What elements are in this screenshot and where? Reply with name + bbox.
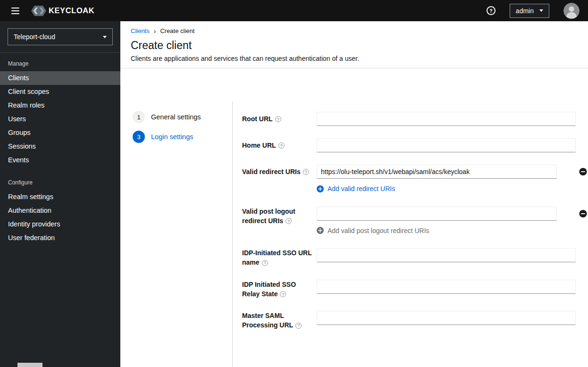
scrollbar-thumb[interactable] — [17, 363, 42, 367]
user-menu-dropdown[interactable]: admin — [510, 4, 549, 18]
field-label-text: Home URL? — [242, 141, 285, 150]
wizard-content: 1General settings3Login settings Root UR… — [120, 101, 588, 367]
field-label-text: IDP Initiated SSO Relay State? — [242, 280, 312, 299]
field-label: Root URL? — [242, 112, 317, 126]
help-icon[interactable]: ? — [262, 260, 268, 266]
form-field-idp-initiated-sso-url-name: IDP-Initiated SSO URL name? — [242, 248, 576, 267]
keycloak-logo: KEYCLOAK — [30, 5, 94, 17]
help-icon[interactable]: ? — [286, 218, 292, 224]
field-label-text: Valid redirect URIs? — [242, 167, 309, 176]
sidebar-item-users[interactable]: Users — [0, 112, 120, 126]
sidebar-item-groups[interactable]: Groups — [0, 126, 120, 140]
add-link-label: Add valid post logout redirect URIs — [328, 227, 429, 234]
step-label: Login settings — [151, 133, 193, 141]
add-add-valid-redirect-uris-button[interactable]: Add valid redirect URIs — [317, 185, 395, 192]
sidebar-item-sessions[interactable]: Sessions — [0, 140, 120, 153]
topbar-actions: ? admin — [487, 3, 580, 19]
step-number-badge: 3 — [133, 131, 145, 143]
form-field-master-saml-processing-url: Master SAML Processing URL? — [242, 311, 576, 330]
page-description: Clients are applications and services th… — [131, 55, 577, 62]
field-label: Master SAML Processing URL? — [242, 311, 317, 330]
keycloak-logo-icon — [30, 5, 47, 17]
remove-uri-button[interactable] — [579, 209, 587, 217]
sidebar-item-realm-settings[interactable]: Realm settings — [0, 190, 120, 204]
help-icon[interactable]: ? — [295, 323, 302, 329]
minus-circle-icon — [579, 209, 587, 217]
minus-circle-icon — [579, 168, 587, 176]
help-icon[interactable]: ? — [303, 169, 309, 175]
main-content: Clients›Create client Create client Clie… — [120, 21, 588, 367]
root-url-input[interactable] — [317, 112, 576, 126]
wizard-step-login-settings[interactable]: 3Login settings — [133, 131, 232, 143]
idp-initiated-sso-url-name-input[interactable] — [317, 248, 576, 262]
realm-name: Teleport-cloud — [14, 33, 55, 41]
step-number-badge: 1 — [133, 111, 145, 123]
nav-toggle-button[interactable] — [8, 3, 24, 19]
home-url-input[interactable] — [317, 138, 576, 152]
sidebar-item-client-scopes[interactable]: Client scopes — [0, 85, 120, 99]
plus-circle-icon — [317, 185, 324, 192]
valid-post-logout-redirect-uris-input[interactable] — [317, 207, 557, 221]
remove-uri-button[interactable] — [579, 168, 587, 176]
sidebar-nav: ManageClientsClient scopesRealm rolesUse… — [0, 53, 120, 245]
field-label: Home URL? — [242, 138, 317, 152]
field-label: Valid redirect URIs? — [242, 165, 317, 179]
valid-redirect-uris-input[interactable] — [317, 165, 557, 179]
help-icon[interactable]: ? — [275, 116, 281, 122]
field-label-text: Root URL? — [242, 114, 281, 124]
field-label-text: IDP-Initiated SSO URL name? — [242, 248, 312, 267]
login-settings-form: Root URL?Home URL?Valid redirect URIs?Ad… — [232, 101, 588, 367]
form-field-valid-redirect-uris: Valid redirect URIs?Add valid redirect U… — [242, 165, 576, 194]
breadcrumb-separator-icon: › — [154, 29, 156, 33]
breadcrumb-item-create-client: Create client — [160, 27, 194, 34]
sidebar-item-authentication[interactable]: Authentication — [0, 204, 120, 217]
sidebar: Teleport-cloud ManageClientsClient scope… — [0, 21, 120, 367]
realm-selector-area: Teleport-cloud — [0, 21, 120, 53]
form-field-root-url: Root URL? — [242, 112, 576, 126]
chevron-down-icon — [539, 9, 543, 12]
sidebar-item-identity-providers[interactable]: Identity providers — [0, 217, 120, 231]
breadcrumb: Clients›Create client — [131, 27, 577, 34]
nav-section-manage: Manage — [0, 53, 120, 71]
form-field-valid-post-logout-redirect-uris: Valid post logout redirect URIs?Add vali… — [242, 207, 576, 236]
page-header: Clients›Create client Create client Clie… — [120, 21, 588, 68]
sidebar-item-user-federation[interactable]: User federation — [0, 231, 120, 245]
add-link-label: Add valid redirect URIs — [328, 185, 395, 192]
page-title: Create client — [131, 39, 577, 52]
help-icon[interactable]: ? — [487, 6, 496, 15]
step-label: General settings — [151, 113, 201, 121]
realm-selector-dropdown[interactable]: Teleport-cloud — [8, 28, 113, 45]
avatar[interactable] — [563, 3, 580, 19]
wizard-step-general-settings[interactable]: 1General settings — [133, 111, 232, 123]
plus-circle-icon — [317, 227, 324, 234]
sidebar-item-realm-roles[interactable]: Realm roles — [0, 99, 120, 112]
help-icon[interactable]: ? — [278, 142, 285, 149]
sidebar-item-clients[interactable]: Clients — [0, 71, 120, 85]
form-field-home-url: Home URL? — [242, 138, 576, 152]
top-bar: KEYCLOAK ? admin — [0, 0, 588, 21]
idp-initiated-sso-relay-state-input[interactable] — [317, 280, 576, 294]
sidebar-item-events[interactable]: Events — [0, 153, 120, 167]
app-layout: Teleport-cloud ManageClientsClient scope… — [0, 21, 588, 367]
brand-text: KEYCLOAK — [49, 6, 94, 15]
field-label: IDP-Initiated SSO URL name? — [242, 248, 317, 267]
field-label: Valid post logout redirect URIs? — [242, 207, 317, 226]
user-menu-label: admin — [516, 7, 534, 15]
nav-section-configure: Configure — [0, 167, 120, 190]
user-avatar-icon — [563, 3, 580, 19]
wizard-nav: 1General settings3Login settings — [120, 101, 232, 367]
field-label-text: Valid post logout redirect URIs? — [242, 207, 312, 226]
form-field-idp-initiated-sso-relay-state: IDP Initiated SSO Relay State? — [242, 280, 576, 299]
master-saml-processing-url-input[interactable] — [317, 311, 576, 325]
chevron-down-icon — [103, 36, 107, 38]
help-icon[interactable]: ? — [280, 291, 286, 297]
field-label: IDP Initiated SSO Relay State? — [242, 280, 317, 299]
field-label-text: Master SAML Processing URL? — [242, 311, 312, 330]
add-add-valid-post-logout-redirect-uris-button[interactable]: Add valid post logout redirect URIs — [317, 227, 429, 234]
breadcrumb-item-clients[interactable]: Clients — [131, 27, 150, 34]
